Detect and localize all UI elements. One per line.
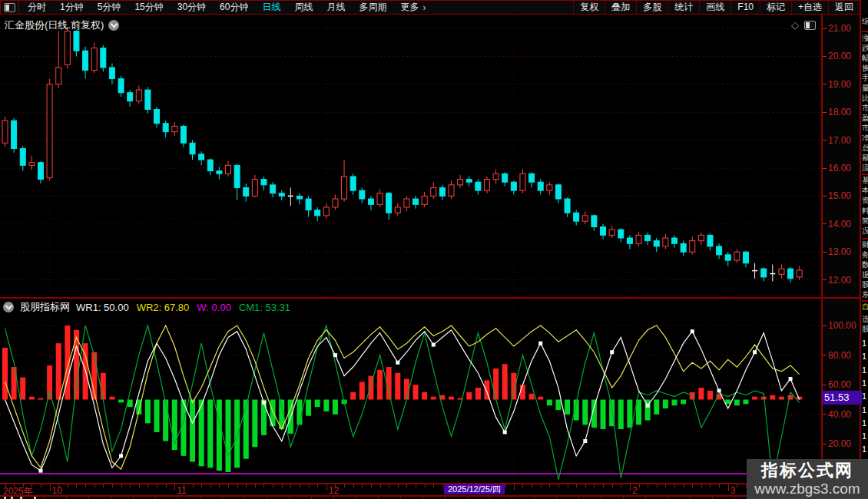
date-tick bbox=[505, 484, 505, 487]
date-tick bbox=[665, 484, 666, 487]
split-view-icon[interactable] bbox=[804, 21, 816, 30]
clipped-text-fragment: 基 bbox=[862, 176, 868, 185]
tool-button-标记[interactable]: 标记 bbox=[760, 1, 791, 14]
period-tab-分时[interactable]: 分时 bbox=[21, 1, 53, 14]
price-axis: 21.0020.0019.0018.0017.0016.0015.0014.00… bbox=[822, 15, 860, 299]
clipped-text-fragment: 简 bbox=[862, 216, 868, 226]
watermark-box: 指标公式网 www.zbgs3.com bbox=[747, 459, 868, 499]
diamond-icon[interactable]: ◇ bbox=[791, 20, 799, 30]
clipped-text-fragment: 况 bbox=[862, 226, 868, 236]
strip-divider bbox=[862, 238, 868, 240]
cursor-date-badge: 2025/12/25/四 bbox=[444, 484, 505, 494]
date-tick bbox=[585, 484, 586, 487]
date-tick bbox=[139, 484, 140, 487]
window-right-border bbox=[860, 0, 861, 499]
period-tab-日线[interactable]: 日线 bbox=[255, 1, 287, 14]
price-axis-label: 16.00 bbox=[828, 163, 851, 173]
date-tick bbox=[282, 484, 283, 487]
tool-button-统计[interactable]: 统计 bbox=[668, 1, 699, 14]
clipped-text-fragment: 手 bbox=[862, 74, 868, 83]
date-tick bbox=[549, 484, 550, 487]
top-toolbar: 分时1分钟5分钟15分钟30分钟60分钟日线周线月线多周期更多› 复权叠加多股统… bbox=[0, 0, 860, 15]
date-tick bbox=[612, 484, 613, 487]
tool-button-+自选[interactable]: +自选 bbox=[791, 1, 828, 14]
date-tick bbox=[684, 484, 684, 487]
trading-app-window: 分时1分钟5分钟15分钟30分钟60分钟日线周线月线多周期更多› 复权叠加多股统… bbox=[0, 0, 868, 499]
date-tick bbox=[380, 484, 381, 487]
date-tick bbox=[532, 484, 532, 487]
axis-left-border bbox=[821, 15, 823, 496]
date-tick bbox=[326, 484, 327, 491]
date-tick bbox=[94, 484, 95, 487]
price-axis-label: 12.00 bbox=[828, 275, 851, 286]
tool-button-多股[interactable]: 多股 bbox=[636, 1, 668, 14]
date-tick bbox=[639, 484, 640, 487]
strip-divider bbox=[862, 300, 868, 302]
period-tab-周线[interactable]: 周线 bbox=[287, 1, 320, 14]
date-tick bbox=[362, 484, 363, 487]
date-tick bbox=[719, 484, 720, 487]
tool-button-叠加[interactable]: 叠加 bbox=[605, 1, 636, 14]
strip-divider bbox=[862, 31, 868, 32]
cursor-value-badge: 51.53 bbox=[822, 391, 862, 405]
clipped-text-fragment: 本 bbox=[862, 186, 868, 195]
tool-button-画线[interactable]: 画线 bbox=[699, 1, 731, 14]
date-tick bbox=[130, 484, 131, 487]
date-tick bbox=[112, 484, 113, 487]
date-axis[interactable]: 2025年101112232025/12/25/四 bbox=[0, 484, 822, 495]
price-axis-label: 19.00 bbox=[828, 79, 851, 90]
date-tick bbox=[121, 484, 122, 487]
price-axis-label: 14.00 bbox=[828, 219, 851, 230]
clipped-text-fragment: 1 bbox=[862, 352, 868, 361]
period-tab-1分钟[interactable]: 1分钟 bbox=[53, 1, 91, 14]
date-tick bbox=[710, 484, 711, 487]
date-tick bbox=[701, 484, 702, 487]
date-tick bbox=[68, 484, 68, 487]
indicator-axis: 100.0080.0060.0040.0020.0051.53 bbox=[822, 299, 860, 484]
period-tab-多周期[interactable]: 多周期 bbox=[352, 1, 393, 14]
date-tick bbox=[174, 484, 175, 491]
pane-separator[interactable] bbox=[0, 297, 860, 299]
date-tick bbox=[255, 484, 256, 487]
period-tab-月线[interactable]: 月线 bbox=[320, 1, 352, 14]
date-tick bbox=[621, 484, 621, 487]
tool-button-复权[interactable]: 复权 bbox=[573, 1, 605, 14]
toolbar-divider bbox=[18, 1, 19, 14]
tool-button-返回[interactable]: 返回 bbox=[828, 1, 860, 14]
clipped-text-fragment: 额 bbox=[862, 154, 868, 163]
date-tick bbox=[273, 484, 273, 487]
period-tab-15分钟[interactable]: 15分钟 bbox=[128, 1, 170, 14]
indicator-axis-label: 60.00 bbox=[828, 379, 851, 390]
date-tick bbox=[193, 484, 194, 487]
date-tick bbox=[674, 484, 675, 487]
date-tick bbox=[514, 484, 515, 491]
chevron-down-icon[interactable] bbox=[108, 20, 119, 31]
date-tick bbox=[737, 484, 737, 487]
date-tick bbox=[344, 484, 345, 487]
date-tick bbox=[389, 484, 389, 487]
date-tick bbox=[630, 484, 631, 491]
clipped-text-fragment: 股 bbox=[862, 280, 868, 289]
indicator-axis-label: 20.00 bbox=[828, 438, 851, 449]
date-tick bbox=[541, 484, 542, 487]
month-label-3: 3 bbox=[731, 485, 736, 496]
date-tick bbox=[728, 484, 729, 491]
date-tick bbox=[246, 484, 247, 487]
date-tick bbox=[603, 484, 604, 487]
right-clipped-panel[interactable]: 综涨跌幅换手量比市盈市净总额流基本资料简况财务数据股东自选股111111111 bbox=[862, 15, 868, 484]
period-tab-更多[interactable]: 更多 bbox=[393, 1, 426, 14]
period-tab-30分钟[interactable]: 30分钟 bbox=[171, 1, 213, 14]
period-tab-5分钟[interactable]: 5分钟 bbox=[91, 1, 128, 14]
clipped-text-fragment: 1 bbox=[862, 365, 868, 375]
chevron-down-icon[interactable] bbox=[3, 302, 14, 312]
date-tick bbox=[648, 484, 648, 487]
main-chart-pane[interactable]: 汇金股份(日线.前复权) ◇ bbox=[0, 15, 822, 299]
clipped-text-fragment: 换 bbox=[862, 64, 868, 73]
clipped-text-fragment: 流 bbox=[862, 164, 868, 173]
date-tick bbox=[522, 484, 523, 487]
layout-split-icon[interactable] bbox=[4, 3, 15, 12]
indicator-pane[interactable]: 股朋指标网 WR1: 50.00WR2: 67.80W: 0.00CM1: 53… bbox=[0, 299, 822, 484]
tool-button-F10[interactable]: F10 bbox=[731, 1, 760, 14]
watermark-url: www.zbgs3.com bbox=[754, 481, 860, 497]
period-tab-60分钟[interactable]: 60分钟 bbox=[213, 1, 255, 14]
